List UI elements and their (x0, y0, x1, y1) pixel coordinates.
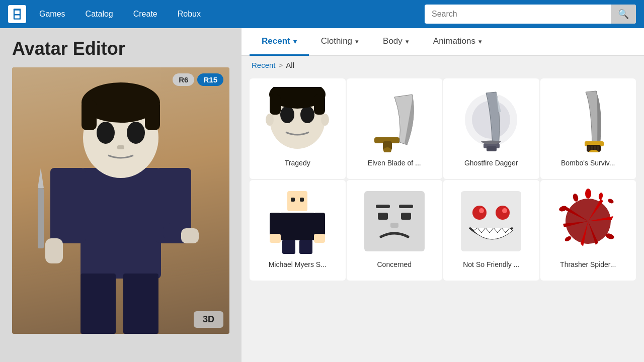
item-michael-myers-name: Michael Myers S... (269, 260, 327, 268)
search-button[interactable]: 🔍 (611, 5, 636, 24)
svg-point-22 (280, 106, 294, 123)
page-title: Avatar Editor (12, 38, 229, 59)
item-tragedy-name: Tragedy (285, 159, 310, 167)
chevron-down-icon: ▾ (355, 38, 359, 45)
item-not-so-friendly-name: Not So Friendly ... (463, 260, 519, 268)
svg-rect-14 (82, 100, 97, 130)
tab-body[interactable]: Body ▾ (371, 28, 421, 56)
item-thrasher-spider[interactable]: Thrasher Spider... (540, 180, 636, 281)
item-bombos-survival[interactable]: Bombo's Surviv... (540, 78, 636, 179)
svg-rect-41 (597, 146, 599, 151)
right-panel: Recent ▾ Clothing ▾ Body ▾ Animations ▾ … (242, 28, 644, 362)
svg-rect-58 (390, 223, 398, 228)
svg-rect-53 (364, 191, 425, 251)
r6-badge[interactable]: R6 (173, 73, 194, 86)
tab-recent-label: Recent (262, 36, 290, 46)
nav-catalog[interactable]: Catalog (76, 6, 122, 23)
breadcrumb-separator: > (279, 61, 283, 69)
tabs-bar: Recent ▾ Clothing ▾ Body ▾ Animations ▾ (242, 28, 644, 56)
item-elven-blade[interactable]: Elven Blade of ... (347, 78, 443, 179)
svg-rect-20 (181, 228, 199, 243)
nav-links: Games Catalog Create Robux (30, 6, 210, 23)
svg-rect-47 (270, 213, 281, 235)
svg-marker-18 (38, 168, 44, 188)
tab-body-label: Body (383, 36, 403, 46)
svg-point-28 (321, 114, 329, 126)
navbar: Games Catalog Create Robux 🔍 (0, 0, 644, 28)
svg-rect-50 (314, 234, 325, 243)
svg-point-11 (127, 122, 145, 144)
item-thrasher-spider-image (553, 186, 623, 256)
svg-rect-3 (80, 168, 161, 279)
item-not-so-friendly[interactable]: Not So Friendly ... (443, 180, 539, 281)
svg-rect-4 (50, 168, 86, 243)
item-ghostfire-dagger-name: Ghostfire Dagger (464, 159, 518, 167)
item-elven-blade-name: Elven Blade of ... (368, 159, 421, 167)
svg-point-61 (496, 206, 510, 220)
item-thrasher-spider-name: Thrasher Spider... (560, 260, 616, 268)
svg-point-27 (266, 114, 274, 126)
svg-point-10 (97, 122, 115, 144)
search-bar: 🔍 (425, 5, 636, 24)
left-panel: Avatar Editor (0, 28, 242, 362)
roblox-logo[interactable] (8, 5, 26, 23)
tab-recent[interactable]: Recent ▾ (250, 28, 309, 56)
svg-rect-57 (401, 213, 411, 220)
svg-rect-45 (300, 198, 304, 202)
svg-point-62 (479, 208, 484, 213)
tab-animations[interactable]: Animations ▾ (421, 28, 494, 56)
svg-rect-54 (376, 205, 390, 208)
svg-rect-49 (270, 234, 281, 243)
item-not-so-friendly-image (456, 186, 526, 256)
svg-rect-52 (299, 240, 312, 254)
item-bombos-survival-image (553, 84, 623, 155)
svg-rect-43 (287, 191, 307, 211)
svg-rect-1 (15, 11, 20, 14)
svg-rect-55 (399, 205, 413, 208)
svg-rect-59 (461, 191, 521, 251)
badges: R6 R15 (173, 73, 223, 86)
r15-badge[interactable]: R15 (197, 73, 223, 86)
svg-rect-56 (378, 213, 388, 220)
svg-rect-12 (117, 145, 124, 149)
svg-rect-38 (588, 146, 590, 151)
item-bombos-survival-name: Bombo's Surviv... (561, 159, 615, 167)
chevron-down-icon: ▾ (293, 38, 297, 45)
items-grid: Tragedy Elven Blade of ... (242, 74, 644, 285)
svg-point-70 (572, 193, 579, 202)
3d-button[interactable]: 3D (194, 311, 223, 328)
item-michael-myers-image (262, 186, 333, 256)
chevron-down-icon: ▾ (406, 38, 409, 45)
search-input[interactable] (425, 6, 611, 23)
tab-clothing[interactable]: Clothing ▾ (309, 28, 371, 56)
nav-games[interactable]: Games (30, 6, 74, 23)
item-concerned[interactable]: Concerned (347, 180, 443, 281)
svg-rect-46 (280, 213, 315, 240)
svg-rect-44 (291, 198, 295, 202)
item-elven-blade-image (359, 84, 430, 155)
item-tragedy[interactable]: Tragedy (250, 78, 346, 179)
svg-rect-35 (487, 146, 497, 151)
svg-rect-25 (270, 95, 281, 115)
svg-point-67 (564, 235, 572, 242)
breadcrumb-parent[interactable]: Recent (252, 61, 276, 69)
search-icon: 🔍 (618, 9, 629, 19)
breadcrumb-current: All (286, 61, 294, 69)
svg-rect-48 (314, 213, 325, 235)
tab-clothing-label: Clothing (321, 36, 352, 46)
svg-rect-16 (45, 238, 63, 263)
avatar-container: R6 R15 3D (12, 67, 229, 334)
item-ghostfire-dagger-image (456, 84, 526, 155)
item-tragedy-image (262, 84, 333, 155)
item-ghostfire-dagger[interactable]: Ghostfire Dagger (443, 78, 539, 179)
svg-point-69 (585, 189, 591, 199)
item-concerned-image (359, 186, 430, 256)
svg-rect-7 (123, 274, 158, 334)
item-michael-myers[interactable]: Michael Myers S... (250, 180, 346, 281)
nav-robux[interactable]: Robux (169, 6, 210, 23)
svg-point-23 (300, 106, 314, 123)
item-concerned-name: Concerned (377, 260, 412, 268)
svg-point-60 (472, 206, 487, 220)
nav-create[interactable]: Create (124, 6, 167, 23)
svg-rect-17 (38, 188, 44, 248)
